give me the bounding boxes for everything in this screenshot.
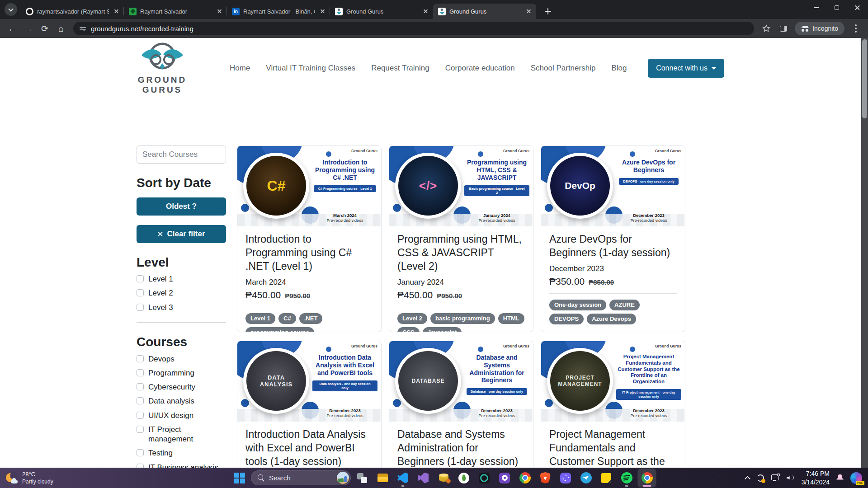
filter-checkbox[interactable] <box>137 304 144 311</box>
course-tag[interactable]: CSS <box>397 327 420 332</box>
sync-update-icon[interactable] <box>756 474 764 482</box>
notification-bell-icon[interactable] <box>836 474 844 482</box>
tray-chevron-up-icon[interactable] <box>745 476 750 482</box>
new-tab-button[interactable] <box>542 6 553 17</box>
nav-link[interactable]: Home <box>230 64 250 73</box>
course-tag[interactable]: C# <box>278 313 296 324</box>
address-bar[interactable]: groundgurus.net/recorded-training <box>73 22 754 35</box>
side-panel-icon[interactable] <box>776 21 791 36</box>
taskbar-app-chrome[interactable] <box>516 469 534 487</box>
filter-checkbox[interactable] <box>137 355 144 362</box>
taskbar-app-ssms[interactable] <box>434 469 453 487</box>
ground-gurus-logo[interactable]: GROUND GURUS <box>136 42 189 95</box>
course-card[interactable]: </> Ground Gurus Programming using HTML,… <box>389 145 533 332</box>
filter-checkbox[interactable] <box>137 449 144 456</box>
main-nav: HomeVirtual IT Training ClassesRequest T… <box>230 64 627 73</box>
course-title[interactable]: Project Management Fundamentals and Cust… <box>549 428 677 468</box>
nav-link[interactable]: School Partnership <box>531 64 596 73</box>
taskbar-app-vs[interactable] <box>414 469 432 487</box>
filter-checkbox[interactable] <box>137 397 144 404</box>
tab-close-icon[interactable] <box>113 8 120 15</box>
nav-link[interactable]: Virtual IT Training Classes <box>266 64 355 73</box>
volume-icon[interactable] <box>787 474 795 481</box>
taskbar-app-taskview[interactable] <box>353 469 371 487</box>
course-tag[interactable]: .NET <box>299 313 323 324</box>
bookmark-star-icon[interactable] <box>759 21 774 36</box>
filter-checkbox[interactable] <box>137 369 144 376</box>
minimize-button[interactable] <box>806 0 826 15</box>
clear-filter-button[interactable]: Clear filter <box>137 225 226 243</box>
taskbar-app-mongo[interactable] <box>455 469 473 487</box>
course-title[interactable]: Introduction Data Analysis with Excel an… <box>245 428 373 468</box>
maximize-button[interactable] <box>826 0 847 15</box>
taskbar-app-vscode[interactable] <box>394 469 412 487</box>
copilot-icon[interactable]: PRE <box>850 472 862 484</box>
home-icon[interactable]: ⌂ <box>53 21 69 36</box>
oldest-sort-button[interactable]: Oldest ? <box>137 197 226 216</box>
filter-checkbox[interactable] <box>137 275 144 282</box>
browser-tab[interactable]: Ground Gurus <box>330 4 433 19</box>
tab-close-icon[interactable] <box>525 8 533 15</box>
weather-widget[interactable]: 28°C Partly cloudy <box>0 471 53 485</box>
reload-icon[interactable]: ⟳ <box>37 21 52 36</box>
course-tag[interactable]: Azure Devops <box>587 314 636 324</box>
tab-search-button[interactable] <box>5 3 17 16</box>
nav-link[interactable]: Corporate education <box>445 64 515 73</box>
filter-checkbox[interactable] <box>137 426 144 433</box>
course-tag[interactable]: Level 1 <box>245 313 275 324</box>
search-input[interactable] <box>137 145 226 164</box>
course-tag[interactable]: AZURE <box>609 300 640 310</box>
course-card[interactable]: DATA ANALYSIS Ground Gurus Introduction … <box>237 341 382 468</box>
browser-tab[interactable]: Raymart Salvador - Binăn, Calab <box>227 4 330 19</box>
course-tag[interactable]: DEVOPS <box>549 314 584 324</box>
filter-checkbox[interactable] <box>137 412 144 419</box>
site-header: GROUND GURUS HomeVirtual IT Training Cla… <box>0 38 868 99</box>
taskbar-app-ghdesktop[interactable] <box>495 469 514 487</box>
course-title[interactable]: Programming using HTML, CSS & JAVASCRIPT… <box>397 233 525 273</box>
course-tag[interactable]: programming course <box>245 327 314 332</box>
forward-icon[interactable]: → <box>21 21 36 36</box>
course-title[interactable]: Introduction to Programming using C# .NE… <box>245 233 373 273</box>
nav-link[interactable]: Blog <box>611 64 627 73</box>
page-scrollbar[interactable] <box>861 38 868 468</box>
browser-tab[interactable]: Raymart Salvador <box>124 4 227 19</box>
course-title[interactable]: Database and Systems Administration for … <box>397 428 525 468</box>
course-tag[interactable]: Level 2 <box>397 313 427 324</box>
taskbar-app-brave[interactable] <box>536 469 554 487</box>
tab-close-icon[interactable] <box>319 8 326 15</box>
course-tag[interactable]: basic programming <box>430 313 495 324</box>
close-button[interactable] <box>847 0 868 15</box>
filter-checkbox[interactable] <box>137 383 144 390</box>
scrollbar-thumb[interactable] <box>862 39 867 118</box>
taskbar-app-viber[interactable] <box>557 469 575 487</box>
connect-with-us-button[interactable]: Connect with us <box>648 59 724 78</box>
course-card[interactable]: C# Ground Gurus Introduction to Programm… <box>237 145 382 332</box>
taskbar-app-explorer[interactable] <box>373 469 392 487</box>
filter-checkbox[interactable] <box>137 289 144 296</box>
site-info-icon[interactable] <box>80 26 86 31</box>
back-icon[interactable]: ← <box>5 21 20 36</box>
taskbar-app-yellowapp[interactable] <box>597 469 615 487</box>
nav-link[interactable]: Request Training <box>371 64 429 73</box>
taskbar-app-spotify[interactable] <box>618 469 636 487</box>
taskbar-app-telegram[interactable] <box>577 469 595 487</box>
course-tag[interactable]: HTML <box>498 313 524 324</box>
network-icon[interactable] <box>771 474 780 481</box>
course-tag[interactable]: Javascript <box>423 327 462 332</box>
browser-tab[interactable]: raymartsalvador (Raymart Salva <box>21 4 124 19</box>
course-title[interactable]: Azure DevOps for Beginners (1-day sessio… <box>549 233 677 260</box>
taskbar-app-robo3t[interactable] <box>475 469 493 487</box>
browser-tab[interactable]: Ground Gurus <box>433 4 536 19</box>
tray-clock[interactable]: 7:46 PM 3/14/2024 <box>802 469 830 487</box>
course-card[interactable]: PROJECT MANAGEMENT Ground Gurus Project … <box>541 341 685 468</box>
course-card[interactable]: DevOp Ground Gurus Azure DevOps for Begi… <box>541 145 685 332</box>
start-button[interactable] <box>231 469 249 487</box>
filter-checkbox[interactable] <box>137 464 144 468</box>
taskbar-app-chrome-active[interactable] <box>638 469 656 487</box>
course-card[interactable]: DATABASE Ground Gurus Database and Syste… <box>389 341 533 468</box>
tab-close-icon[interactable] <box>422 8 429 15</box>
tab-close-icon[interactable] <box>216 8 223 15</box>
course-tag[interactable]: One-day session <box>549 300 606 310</box>
taskbar-search[interactable]: Search <box>251 470 351 485</box>
menu-dots-icon[interactable] <box>848 21 863 36</box>
